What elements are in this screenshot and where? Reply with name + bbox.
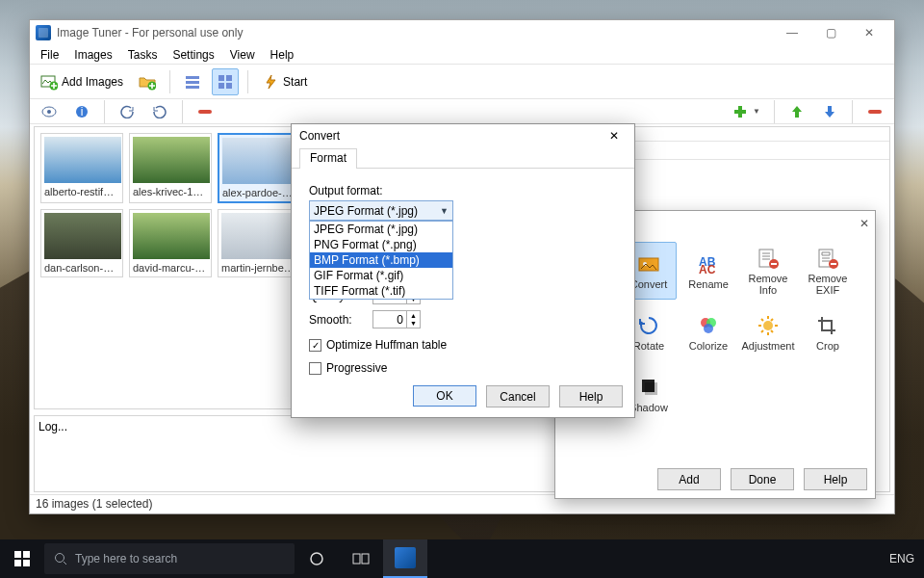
log-label: Log... [38,420,67,434]
input-language[interactable]: ENG [889,552,914,565]
folder-add-icon [139,73,156,91]
addtask-help-button[interactable]: Help [804,468,867,490]
thumbnail-item[interactable]: dan-carlson-141... [40,209,123,277]
thumbnail-image [133,137,210,183]
output-format-dropdown[interactable]: JPEG Format (*.jpg)PNG Format (*.png)BMP… [309,221,453,300]
format-option[interactable]: GIF Format (*.gif) [310,268,452,283]
convert-close-button[interactable]: ✕ [602,129,627,143]
info-icon: i [73,103,90,120]
app-icon [36,25,51,40]
smooth-label: Smooth: [309,313,367,327]
task-remove-info[interactable]: Remove Info [740,242,796,300]
svg-rect-34 [645,382,657,395]
output-format-combo[interactable]: JPEG Format (*.jpg) ▼ JPEG Format (*.jpg… [309,200,617,221]
svg-rect-16 [734,110,746,114]
smooth-up[interactable]: ▲ [407,311,420,320]
minimize-button[interactable]: — [773,21,811,44]
thumbnail-image [44,137,121,183]
menu-view[interactable]: View [223,46,262,64]
minus-icon [196,103,214,120]
format-option[interactable]: BMP Format (*.bmp) [310,252,452,268]
toolbar-separator [104,100,105,123]
convert-help-button[interactable]: Help [559,385,623,407]
preview-button[interactable] [36,98,63,125]
task-colorize[interactable]: Colorize [680,303,736,361]
svg-rect-35 [14,551,21,558]
task-crop[interactable]: Crop [800,303,856,361]
start-label: Start [283,75,307,89]
progressive-checkbox[interactable]: Progressive [309,361,617,375]
view-thumbs-button[interactable] [212,68,239,95]
thumbnail-caption: dan-carlson-141... [44,262,119,274]
maximize-button[interactable]: ▢ [811,21,850,44]
toolbar-separator [852,100,853,123]
start-button[interactable]: Start [257,68,312,95]
taskbar-app-imagetuner[interactable] [383,539,427,578]
menu-file[interactable]: File [34,46,65,64]
help-label: Help [579,390,603,404]
svg-point-11 [47,110,51,114]
task-down-button[interactable] [816,98,843,125]
optimize-checkbox[interactable]: ✓ Optimize Huffman table [309,338,617,352]
menu-settings[interactable]: Settings [166,46,220,64]
convert-cancel-button[interactable]: Cancel [486,385,550,407]
task-up-button[interactable] [783,98,810,125]
task-view-button[interactable] [339,539,383,578]
addtask-done-label: Done [749,473,777,486]
menubar: File Images Tasks Settings View Help [30,45,894,65]
info-button[interactable]: i [68,98,95,125]
task-label: Remove Info [741,274,795,296]
smooth-spinner[interactable]: ▲▼ [372,310,421,328]
smooth-down[interactable]: ▼ [407,320,420,328]
windows-icon [14,551,30,566]
task-remove-exif[interactable]: Remove EXIF [800,242,856,300]
convert-ok-button[interactable]: OK [413,385,476,407]
log-panel: Log... [34,415,578,492]
format-option[interactable]: TIFF Format (*.tif) [310,283,452,299]
format-option[interactable]: PNG Format (*.png) [310,237,452,252]
smooth-input[interactable] [372,310,407,328]
arrow-down-icon [821,103,838,120]
thumbnail-image [133,213,210,259]
rotate-left-button[interactable] [114,98,141,125]
add-folder-button[interactable] [134,68,161,95]
task-label: Remove EXIF [801,274,855,296]
convert-tab-format[interactable]: Format [299,148,357,169]
task-remove-button[interactable] [861,98,888,125]
menu-tasks[interactable]: Tasks [121,46,165,64]
thumbnail-item[interactable]: alex-pardoe-32... [218,133,300,203]
cortana-icon [309,551,324,566]
task-label: Convert [630,279,668,291]
start-menu-button[interactable] [0,539,44,578]
menu-help[interactable]: Help [264,46,301,64]
add-images-button[interactable]: Add Images [36,68,128,95]
addtask-add-button[interactable]: Add [657,468,721,490]
view-list-button[interactable] [179,68,206,95]
svg-point-31 [763,321,773,330]
task-add-button[interactable]: ▼ [727,98,765,125]
system-tray[interactable]: ENG [880,552,924,565]
remove-button[interactable] [192,98,218,125]
svg-rect-7 [226,75,232,81]
taskbar-search[interactable]: Type here to search [44,543,295,574]
colorize-icon [696,313,721,338]
toolbar-separator [247,70,248,93]
task-label: Rename [688,279,729,291]
app-icon [395,547,416,568]
lightning-icon [262,73,279,91]
menu-images[interactable]: Images [67,46,118,64]
thumbnail-item[interactable]: david-marcu-20... [129,209,212,277]
task-adjustment[interactable]: Adjustment [740,303,796,361]
thumbnail-item[interactable]: martin-jernberg... [218,209,300,277]
addtask-close-button[interactable]: ✕ [860,217,869,230]
rotate-right-button[interactable] [146,98,173,125]
task-rename[interactable]: ABACRename [680,242,736,300]
addtask-done-button[interactable]: Done [731,468,794,490]
thumb-view-icon [217,73,234,91]
thumbnail-item[interactable]: ales-krivec-188... [129,133,212,203]
cortana-button[interactable] [295,539,339,578]
format-option[interactable]: JPEG Format (*.jpg) [310,222,452,237]
thumbnail-item[interactable]: alberto-restifo-... [40,133,123,203]
close-button[interactable]: ✕ [850,21,888,44]
windows-taskbar: Type here to search ENG [0,539,924,578]
